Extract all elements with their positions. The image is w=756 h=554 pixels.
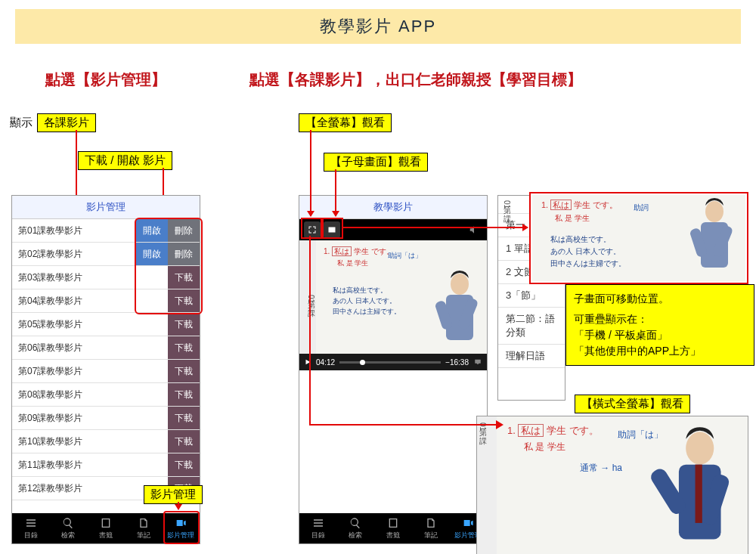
left-heading: 點選【影片管理】: [45, 70, 166, 90]
list-item[interactable]: 第08課教學影片下載: [12, 383, 200, 407]
list-item-name: 第05課教學影片: [12, 318, 168, 331]
list-item[interactable]: 第07課教學影片下載: [12, 360, 200, 383]
list-item[interactable]: 第06課教學影片下載: [12, 336, 200, 360]
yellow-info-panel: 子畫面可移動位置。 可重疊顯示在： 「手機 / 平板桌面」 「其他使用中的APP…: [565, 284, 754, 366]
svg-rect-12: [696, 465, 702, 523]
landscape-window[interactable]: 第01課 1. 私は 学生 です。 私 是 学生 助詞「は」 通常 → ha: [476, 416, 748, 554]
tab-note[interactable]: 筆記: [125, 513, 163, 543]
svg-point-0: [451, 274, 469, 295]
pip-yellow-label: 【子母畫面】觀看: [324, 153, 428, 172]
redbox-tab: [163, 511, 200, 544]
redbox-fullscreen-icon: [301, 218, 322, 239]
dl-open-yellow-label: 下載 / 開啟 影片: [78, 151, 172, 170]
right-row-4: 理解日語: [498, 345, 565, 368]
arrow-to-pip: [342, 227, 528, 228]
player-bar[interactable]: 04:12 −16:38: [299, 354, 487, 370]
video-whiteboard: 1. 私は 学生 です。 私 是 学生 助詞「は」 私は高校生です。 あの人 日…: [316, 240, 487, 354]
tab-toc[interactable]: 目錄: [12, 513, 50, 543]
right-row-2[interactable]: 3「節」: [498, 284, 565, 308]
tabbar2: 目錄 檢索 書籤 筆記 影片管理: [299, 513, 487, 543]
landscape-yellow-label: 【橫式全螢幕】觀看: [575, 395, 690, 413]
download-button[interactable]: 下載: [168, 313, 200, 336]
list-item-name: 第07課教學影片: [12, 365, 168, 378]
phone-video-player: 教學影片 第01課 1. 私は 学生 です。 私 是 学生 助詞「は」 私は高校…: [299, 195, 488, 544]
right-heading: 點選【各課影片】，出口仁老師親授【學習目標】: [249, 70, 582, 90]
svg-point-4: [705, 201, 723, 222]
lesson-side-label: 第01課: [299, 240, 316, 354]
arrow-pip: [335, 169, 336, 216]
list-item[interactable]: 第11課教學影片下載: [12, 453, 200, 477]
teacher-figure: [429, 268, 482, 354]
list-item-name: 第06課教學影片: [12, 342, 168, 354]
download-button[interactable]: 下載: [168, 453, 200, 476]
download-button[interactable]: 下載: [168, 383, 200, 406]
list-item-name: 第01課教學影片: [12, 224, 136, 237]
tab2-bookmark[interactable]: 書籤: [374, 513, 412, 543]
redbox-buttons: [135, 218, 203, 314]
phone1-header: 影片管理: [12, 196, 200, 219]
list-item-name: 第11課教學影片: [12, 459, 168, 472]
mute-icon[interactable]: [466, 221, 482, 238]
arrow-fullscreen: [310, 130, 311, 216]
play-icon[interactable]: [304, 358, 311, 366]
svg-point-8: [686, 432, 714, 464]
tab-search[interactable]: 檢索: [50, 513, 88, 543]
pip-window[interactable]: 1. 私は 学生 です。 私 是 学生 助詞 私は高校生です。 あの人 日本人で…: [529, 192, 748, 284]
tab2-note[interactable]: 筆記: [412, 513, 450, 543]
arrow-manage: [178, 502, 179, 509]
list-item[interactable]: 第09課教學影片下載: [12, 407, 200, 430]
download-button[interactable]: 下載: [168, 360, 200, 382]
tab2-toc[interactable]: 目錄: [299, 513, 337, 543]
display-label: 顯示: [10, 116, 33, 130]
airplay-icon[interactable]: [473, 358, 482, 366]
list-item-name: 第10課教學影片: [12, 435, 168, 448]
tab-bookmark[interactable]: 書籤: [87, 513, 125, 543]
page-title: 教學影片 APP: [15, 9, 741, 44]
download-button[interactable]: 下載: [168, 336, 200, 359]
download-button[interactable]: 下載: [168, 430, 200, 453]
fullscreen-yellow-label: 【全螢幕】觀看: [299, 113, 392, 132]
list-item[interactable]: 第10課教學影片下載: [12, 430, 200, 453]
right-row-3: 第二節：語分類: [498, 308, 565, 345]
list-item-name: 第08課教學影片: [12, 388, 168, 401]
redbox-pip-icon: [322, 218, 343, 239]
list-item[interactable]: 第05課教學影片下載: [12, 313, 200, 336]
phone2-header: 教學影片: [299, 196, 487, 219]
download-button[interactable]: 下載: [168, 407, 200, 429]
lessons-yellow-label: 各課影片: [37, 113, 96, 132]
list-item-name: 第09課教學影片: [12, 412, 168, 425]
list-item-name: 第02課教學影片: [12, 248, 136, 261]
tab2-search[interactable]: 檢索: [337, 513, 375, 543]
video-manage-yellow-label: 影片管理: [144, 485, 203, 504]
